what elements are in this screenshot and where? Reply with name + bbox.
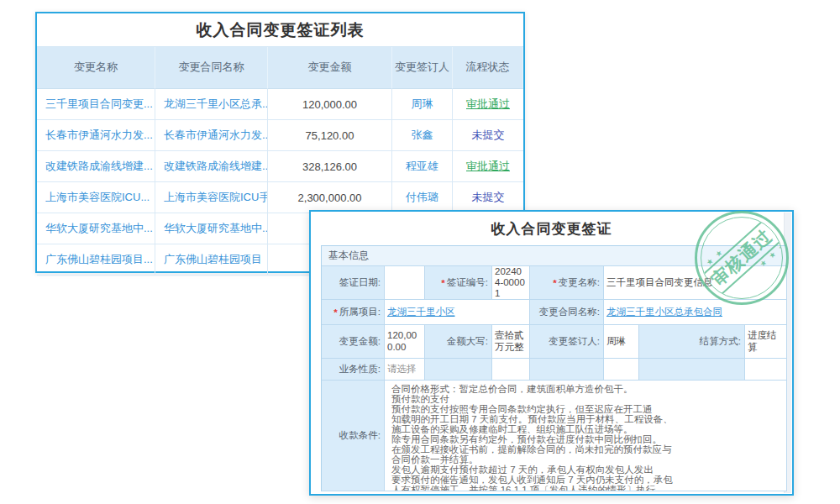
cell-amount: 2,300,000.00 — [268, 182, 392, 213]
basic-info-form: 基本信息 签证日期: *签证编号: 202404-00001 *变更名称: 三千… — [321, 245, 786, 491]
amount-field: 120,000.00 — [385, 325, 425, 359]
empty-value-cell — [745, 359, 787, 381]
payment-terms-label: 收款条件: — [322, 381, 385, 491]
empty-label-cell — [639, 359, 745, 381]
table-row[interactable]: 三千里项目合同变更... 龙湖三千里小区总承... 120,000.00 周琳 … — [37, 89, 523, 120]
sign-date-label: 签证日期: — [322, 266, 385, 300]
cell-amount: 328,126.00 — [268, 151, 392, 182]
change-visa-detail-panel: 收入合同变更签证 基本信息 签证日期: *签证编号: 202404-00001 … — [309, 210, 794, 496]
col-header-contract-name: 变更合同名称 — [155, 47, 268, 89]
settlement-label: 结算方式: — [639, 325, 745, 359]
amount-words-field: 壹拾贰万元整 — [492, 325, 530, 359]
sign-date-field[interactable] — [385, 266, 425, 300]
cell-change-name-link[interactable]: 广东佛山碧桂园项目... — [37, 244, 155, 276]
signer-label: 变更签订人: — [530, 325, 604, 359]
list-panel-title: 收入合同变更签证列表 — [37, 13, 523, 47]
cell-contract-name-link[interactable]: 广东佛山碧桂园项目 — [155, 244, 268, 276]
cell-contract-name-link[interactable]: 上海市美容医院ICU手... — [155, 182, 268, 213]
change-contract-label: 变更合同名称: — [530, 300, 604, 325]
project-link[interactable]: 龙湖三千里小区 — [387, 307, 455, 318]
cell-status-approved[interactable]: 审批通过 — [453, 89, 523, 120]
cell-change-name-link[interactable]: 长春市伊通河水力发... — [37, 120, 155, 151]
cell-signer: 付伟璐 — [392, 182, 453, 213]
amount-label: 变更金额: — [322, 325, 385, 359]
table-row[interactable]: 改建铁路成渝线增建... 改建铁路成渝线增建... 328,126.00 程亚雄… — [37, 151, 523, 182]
table-header-row: 变更名称 变更合同名称 变更金额 变更签订人 流程状态 — [37, 47, 523, 89]
table-row[interactable]: 上海市美容医院ICU... 上海市美容医院ICU手... 2,300,000.0… — [37, 182, 523, 213]
page: 收入合同变更签证列表 变更名称 变更合同名称 变更金额 变更签订人 流程状态 三… — [0, 0, 840, 504]
cell-contract-name-link[interactable]: 长春市伊通河水力发... — [155, 120, 268, 151]
cell-amount: 75,120.00 — [268, 120, 392, 151]
cell-signer: 程亚雄 — [392, 151, 453, 182]
col-header-status: 流程状态 — [453, 47, 523, 89]
section-header-basic-info: 基本信息 — [322, 246, 787, 266]
business-nature-select[interactable]: 请选择 — [385, 359, 425, 381]
settlement-field: 进度结算 — [745, 325, 787, 359]
cell-status-approved[interactable]: 审批通过 — [453, 151, 523, 182]
cell-contract-name-link[interactable]: 华软大厦研究基地中... — [155, 213, 268, 244]
sign-no-label: *签证编号: — [425, 266, 492, 300]
change-contract-field: 龙湖三千里小区总承包合同 — [604, 300, 787, 325]
detail-panel-title: 收入合同变更签证 — [311, 212, 792, 245]
cell-amount: 120,000.00 — [268, 89, 392, 120]
cell-change-name-link[interactable]: 上海市美容医院ICU... — [37, 182, 155, 213]
cell-status-unsubmitted[interactable]: 未提交 — [453, 120, 523, 151]
project-field: 龙湖三千里小区 — [385, 300, 530, 325]
signer-field: 周琳 — [604, 325, 639, 359]
empty-label-cell — [425, 359, 492, 381]
sign-no-field: 202404-00001 — [492, 266, 530, 300]
table-row[interactable]: 长春市伊通河水力发... 长春市伊通河水力发... 75,120.00 张鑫 未… — [37, 120, 523, 151]
change-contract-link[interactable]: 龙湖三千里小区总承包合同 — [606, 307, 722, 318]
amount-words-label: 金额大写: — [425, 325, 492, 359]
col-header-change-name: 变更名称 — [37, 47, 155, 89]
cell-change-name-link[interactable]: 三千里项目合同变更... — [37, 89, 155, 120]
required-marker: * — [333, 307, 337, 318]
cell-change-name-link[interactable]: 改建铁路成渝线增建... — [37, 151, 155, 182]
cell-signer: 周琳 — [392, 89, 453, 120]
change-name-field: 三千里项目合同变更信息 — [604, 266, 787, 300]
col-header-signer: 变更签订人 — [392, 47, 453, 89]
cell-contract-name-link[interactable]: 改建铁路成渝线增建... — [155, 151, 268, 182]
empty-value-cell — [492, 359, 530, 381]
cell-status-unsubmitted[interactable]: 未提交 — [453, 182, 523, 213]
payment-terms-text: 合同价格形式：暂定总价合同，建筑面积单方造价包干。 预付款的支付 预付款的支付按… — [385, 381, 787, 491]
change-name-label: *变更名称: — [530, 266, 604, 300]
cell-signer: 张鑫 — [392, 120, 453, 151]
col-header-amount: 变更金额 — [268, 47, 392, 89]
empty-value-cell — [604, 359, 639, 381]
required-marker: * — [441, 278, 444, 288]
business-nature-label: 业务性质: — [322, 359, 385, 381]
required-marker: * — [553, 278, 556, 288]
empty-label-cell — [530, 359, 604, 381]
cell-contract-name-link[interactable]: 龙湖三千里小区总承... — [155, 89, 268, 120]
project-label: *所属项目: — [322, 300, 385, 325]
cell-change-name-link[interactable]: 华软大厦研究基地中... — [37, 213, 155, 244]
